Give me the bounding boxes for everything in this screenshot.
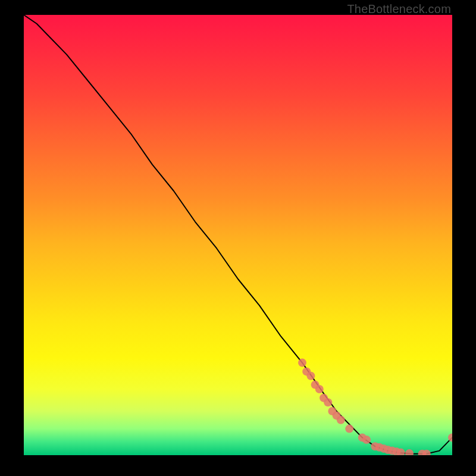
- highlight-dot: [405, 449, 414, 455]
- chart-frame: TheBottleneck.com: [0, 0, 476, 476]
- highlight-dot: [337, 416, 345, 424]
- highlight-dot: [315, 385, 324, 393]
- highlight-dot: [306, 372, 315, 380]
- highlight-markers: [298, 359, 452, 455]
- bottleneck-curve-path: [24, 15, 452, 454]
- watermark-text: TheBottleneck.com: [347, 2, 451, 16]
- highlight-dot: [298, 359, 306, 367]
- curve-svg: [24, 15, 452, 455]
- highlight-dot: [324, 398, 332, 406]
- highlight-dot: [345, 425, 353, 433]
- plot-area: [24, 15, 452, 455]
- highlight-dot: [362, 436, 371, 444]
